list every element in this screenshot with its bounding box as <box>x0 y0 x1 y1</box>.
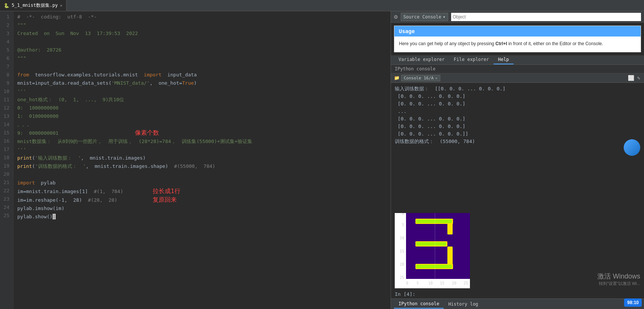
editor-pane: 12345 678910 1112131415 1617181920 21222… <box>0 11 391 309</box>
clock-badge: 98:10 <box>624 298 642 307</box>
output-line-6: [0. 0. 0. ... 0. 0. 0.] <box>395 123 640 130</box>
output-line-1: 输入训练数据： [[0. 0. 0. ... 0. 0. 0.] <box>395 85 640 93</box>
code-line-9: mnist=input_data.read_data_sets('MNIST_d… <box>17 79 387 87</box>
console-icons: ⬜ ✎ <box>627 74 641 82</box>
code-line-13: 1: 0100000000 <box>17 112 387 120</box>
svg-text:10: 10 <box>428 281 433 285</box>
main-container: 12345 678910 1112131415 1617181920 21222… <box>0 11 644 309</box>
code-line-4 <box>17 38 387 46</box>
output-line-3: [0. 0. 0. ... 0. 0. 0.] <box>395 100 640 108</box>
file-tab[interactable]: 🐍 5_1_mnist数据集.py ✕ <box>0 0 67 11</box>
folder-icon: 📁 <box>394 75 400 81</box>
code-line-22: im=mnist.train.images[1] #(1, 784) 拉长成1行 <box>17 187 387 196</box>
output-line-5: [0. 0. 0. ... 0. 0. 0.] <box>395 115 640 123</box>
console-header: ⚙ Source Console ▾ <box>391 11 644 23</box>
output-line-7: [0. 0. 0. ... 0. 0. 0.]] <box>395 130 640 138</box>
svg-text:10: 10 <box>400 236 404 240</box>
dropdown-arrow-icon: ▾ <box>443 14 445 20</box>
console-tab-row: 📁 Console 16/A ✕ ⬜ ✎ <box>391 73 644 83</box>
svg-text:20: 20 <box>452 281 456 285</box>
code-line-10: ''' <box>17 87 387 96</box>
usage-title: Usage <box>394 26 641 37</box>
object-input[interactable] <box>451 13 641 21</box>
ipython-label: IPython console <box>391 65 644 73</box>
svg-rect-6 <box>416 219 452 223</box>
tab-filename: 5_1_mnist数据集.py <box>12 2 58 9</box>
python-icon: 🐍 <box>4 3 9 8</box>
output-line-8: 训练数据的格式： (55000, 784) <box>395 138 640 145</box>
right-tabs: Variable explorer File explorer Help <box>391 55 644 65</box>
code-line-2: """ <box>17 21 387 29</box>
code-line-25: pylab.show()| <box>17 213 387 221</box>
maximize-icon[interactable]: ⬜ <box>627 74 635 82</box>
code-line-15: 9: 0000000001 像素个数 <box>17 129 387 137</box>
svg-text:25: 25 <box>400 276 404 280</box>
tab-help[interactable]: Help <box>494 55 514 64</box>
code-line-8: from tensorflow.examples.tutorials.mnist… <box>17 71 387 79</box>
svg-text:5: 5 <box>417 281 419 285</box>
usage-box: Usage Here you can get help of any objec… <box>394 26 641 52</box>
console-tab-close-icon[interactable]: ✕ <box>435 76 437 80</box>
source-console-dropdown[interactable]: Source Console ▾ <box>401 13 448 21</box>
code-line-12: 0: 1000000000 <box>17 104 387 112</box>
svg-rect-8 <box>416 265 452 268</box>
console-tab-label: Console 16/A <box>404 76 433 81</box>
code-line-11: one_hot格式： (0, 1, ..., 9)共10位 <box>17 96 387 104</box>
code-line-17: ''' <box>17 146 387 154</box>
svg-text:20: 20 <box>400 262 404 266</box>
mnist-plot-svg: 0 5 10 15 20 25 0 5 10 15 20 25 <box>395 213 470 288</box>
code-line-7 <box>17 62 387 71</box>
float-circle-icon <box>624 139 640 156</box>
edit-icon[interactable]: ✎ <box>636 74 641 82</box>
code-line-21: import pylab <box>17 179 387 187</box>
line-numbers: 12345 678910 1112131415 1617181920 21222… <box>0 11 14 309</box>
tab-close-icon[interactable]: ✕ <box>60 3 62 8</box>
tab-file-explorer[interactable]: File explorer <box>449 55 494 64</box>
output-line-4: ... <box>395 108 640 115</box>
svg-text:0: 0 <box>406 281 408 285</box>
code-content[interactable]: # -*- coding: utf-8 -*- """ Created on S… <box>14 11 391 309</box>
code-line-14: 。。。 <box>17 120 387 129</box>
watermark-line1: 激活 Windows <box>597 272 640 281</box>
right-pane: ⚙ Source Console ▾ Usage Here you can ge… <box>391 11 644 309</box>
svg-text:5: 5 <box>402 223 404 227</box>
tab-bar: 🐍 5_1_mnist数据集.py ✕ <box>0 0 644 11</box>
gear-icon[interactable]: ⚙ <box>394 13 398 20</box>
code-line-24: pylab.imshow(im) <box>17 204 387 213</box>
watermark-line2: 转到"设置"以激活 Wi... <box>597 281 640 286</box>
code-line-6: """ <box>17 54 387 62</box>
code-line-1: # -*- coding: utf-8 -*- <box>17 13 387 21</box>
console-tab-item[interactable]: Console 16/A ✕ <box>401 75 440 81</box>
source-console-label: Source Console <box>403 14 441 20</box>
bottom-tabs: IPython console History log <box>391 298 644 309</box>
code-line-3: Created on Sun Nov 13 17:39:53 2022 <box>17 29 387 38</box>
prompt-text: In [4]: <box>395 291 415 297</box>
output-line-2: [0. 0. 0. ... 0. 0. 0.] <box>395 93 640 100</box>
windows-watermark: 激活 Windows 转到"设置"以激活 Wi... <box>597 272 640 286</box>
svg-rect-7 <box>416 242 446 246</box>
svg-text:0: 0 <box>402 213 404 216</box>
tab-variable-explorer[interactable]: Variable explorer <box>394 55 449 64</box>
code-line-5: @author: 28726 <box>17 46 387 54</box>
code-line-20 <box>17 170 387 179</box>
usage-text: Here you can get help of any object by p… <box>399 40 636 47</box>
code-line-16: mnist数据集： 从0到9的一些图片， 用于训练， (28*28)=784， … <box>17 137 387 146</box>
svg-text:15: 15 <box>440 281 444 285</box>
code-area: 12345 678910 1112131415 1617181920 21222… <box>0 11 391 309</box>
svg-text:25: 25 <box>464 281 468 285</box>
console-output: 输入训练数据： [[0. 0. 0. ... 0. 0. 0.] [0. 0. … <box>391 83 644 212</box>
svg-text:15: 15 <box>400 249 404 253</box>
code-line-19: print('训练数据的格式： ', mnist.train.images.sh… <box>17 162 387 170</box>
code-line-23: im=im.reshape(-1, 28) #(28, 28) 复原回来 <box>17 196 387 204</box>
bottom-tab-ipython[interactable]: IPython console <box>394 300 444 309</box>
code-line-18: print('输入训练数据： ', mnist.train.images) <box>17 154 387 162</box>
bottom-tab-history[interactable]: History log <box>444 300 482 308</box>
console-prompt: In [4]: <box>391 290 644 298</box>
